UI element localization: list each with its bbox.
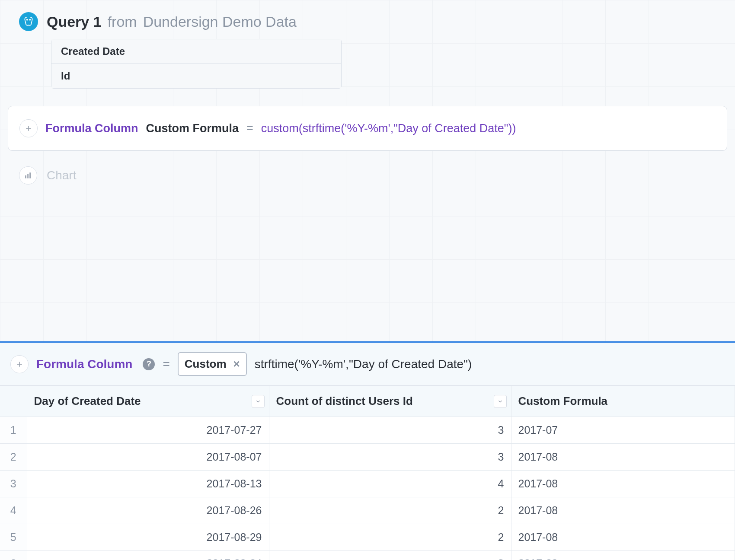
cell-formula: 2017-08: [511, 497, 735, 524]
formula-type-pill[interactable]: Custom ×: [178, 352, 247, 376]
cell-count: 2: [269, 497, 511, 524]
column-header-label: Day of Created Date: [34, 395, 141, 407]
table-row[interactable]: 4 2017-08-26 2 2017-08: [0, 497, 735, 524]
formula-bar: Formula Column ? = Custom × strftime('%Y…: [0, 343, 735, 386]
query-columns: Created Date Id: [51, 39, 342, 89]
results-table: Day of Created Date Count of distinct Us…: [0, 386, 735, 560]
table-row[interactable]: 5 2017-08-29 2 2017-08: [0, 524, 735, 551]
row-number: 3: [0, 471, 27, 497]
cell-count: 4: [269, 471, 511, 497]
postgres-icon: [19, 12, 38, 31]
table-row[interactable]: 6 2017-09-04 3 2017-09: [0, 551, 735, 560]
cell-date: 2017-08-13: [27, 471, 269, 497]
svg-rect-4: [25, 175, 26, 178]
cell-date: 2017-08-26: [27, 497, 269, 524]
chart-step-label: Chart: [47, 169, 76, 182]
query-title[interactable]: Query 1 from Dundersign Demo Data: [47, 13, 297, 30]
cell-count: 2: [269, 524, 511, 551]
table-row[interactable]: 3 2017-08-13 4 2017-08: [0, 471, 735, 497]
cell-count: 3: [269, 417, 511, 444]
column-header-count[interactable]: Count of distinct Users Id: [269, 386, 511, 417]
results-panel: Formula Column ? = Custom × strftime('%Y…: [0, 341, 735, 560]
column-header-label: Custom Formula: [518, 395, 608, 407]
svg-point-0: [27, 19, 28, 20]
formula-input[interactable]: strftime('%Y-%m',"Day of Created Date"): [255, 357, 472, 371]
row-number: 5: [0, 524, 27, 551]
query-source: Dundersign Demo Data: [143, 13, 297, 30]
column-header-date[interactable]: Day of Created Date: [27, 386, 269, 417]
chart-step[interactable]: Chart: [19, 166, 735, 185]
equals-sign: =: [246, 122, 253, 135]
close-icon[interactable]: ×: [233, 357, 240, 371]
chevron-down-icon[interactable]: [252, 395, 265, 408]
svg-point-1: [29, 19, 30, 20]
row-number: 1: [0, 417, 27, 444]
cell-formula: 2017-08: [511, 471, 735, 497]
cell-count: 3: [269, 444, 511, 471]
cell-date: 2017-08-07: [27, 444, 269, 471]
table-row[interactable]: 2 2017-08-07 3 2017-08: [0, 444, 735, 471]
add-formula-button[interactable]: [10, 355, 29, 373]
chevron-down-icon[interactable]: [494, 395, 507, 408]
query-from-prefix: from: [108, 13, 137, 30]
column-pill[interactable]: Id: [51, 64, 341, 88]
cell-date: 2017-08-29: [27, 524, 269, 551]
svg-rect-6: [29, 172, 31, 178]
column-pill[interactable]: Created Date: [51, 39, 341, 64]
formula-column-label: Formula Column: [45, 122, 138, 135]
row-number: 4: [0, 497, 27, 524]
row-number: 6: [0, 551, 27, 560]
cell-date: 2017-07-27: [27, 417, 269, 444]
cell-formula: 2017-07: [511, 417, 735, 444]
cell-formula: 2017-09: [511, 551, 735, 560]
help-icon[interactable]: ?: [143, 358, 155, 370]
formula-type-label: Custom: [185, 357, 227, 371]
formula-expression: custom(strftime('%Y-%m',"Day of Created …: [261, 122, 516, 135]
bar-chart-icon: [19, 166, 37, 185]
column-header-label: Count of distinct Users Id: [276, 395, 413, 407]
query-name: Query 1: [47, 13, 102, 30]
row-number-header: [0, 386, 27, 417]
cell-formula: 2017-08: [511, 524, 735, 551]
cell-formula: 2017-08: [511, 444, 735, 471]
equals-sign: =: [163, 357, 169, 371]
add-step-button[interactable]: [19, 119, 38, 137]
formula-step-card[interactable]: Formula Column Custom Formula = custom(s…: [8, 106, 727, 151]
cell-count: 3: [269, 551, 511, 560]
row-number: 2: [0, 444, 27, 471]
svg-rect-5: [27, 174, 29, 178]
cell-date: 2017-09-04: [27, 551, 269, 560]
formula-column-name: Custom Formula: [146, 122, 239, 135]
table-row[interactable]: 1 2017-07-27 3 2017-07: [0, 417, 735, 444]
formula-bar-label: Formula Column: [36, 357, 132, 371]
column-header-formula[interactable]: Custom Formula: [511, 386, 735, 417]
